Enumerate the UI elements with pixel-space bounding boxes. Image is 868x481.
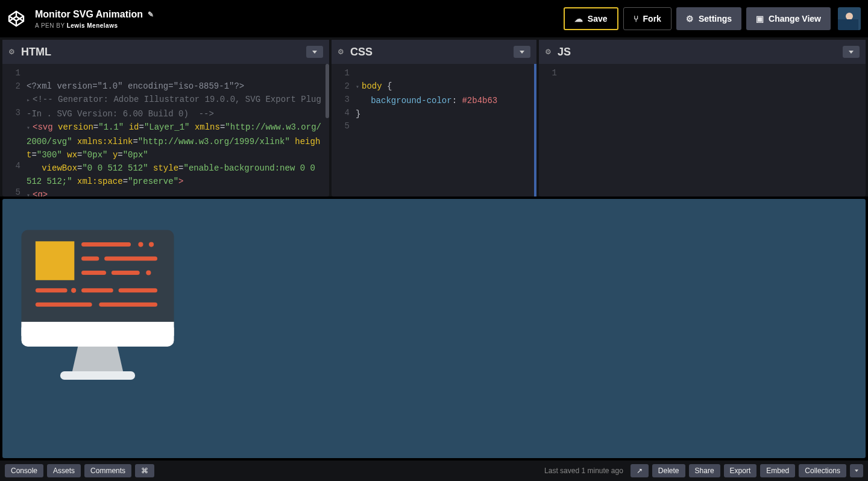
html-gutter: 1 2 3 4 5	[2, 66, 27, 196]
last-saved-text: Last saved 1 minute ago	[544, 467, 623, 475]
fork-label: Fork	[643, 14, 661, 24]
svg-rect-7	[36, 241, 74, 280]
open-external-button[interactable]: ↗	[631, 464, 649, 477]
html-code[interactable]: <?xml version="1.0" encoding="iso-8859-1…	[27, 66, 329, 196]
share-button[interactable]: Share	[689, 464, 720, 477]
js-editor[interactable]: 1	[539, 64, 866, 196]
svg-rect-18	[81, 288, 113, 292]
css-cursor-marker	[534, 64, 536, 196]
js-panel-header: ⚙ JS	[539, 40, 866, 64]
external-link-icon: ↗	[637, 467, 643, 475]
embed-button[interactable]: Embed	[760, 464, 795, 477]
monitor-svg-preview	[7, 219, 188, 400]
collections-dropdown[interactable]	[850, 464, 863, 477]
svg-rect-12	[104, 257, 157, 261]
save-label: Save	[588, 14, 608, 24]
html-settings-icon[interactable]: ⚙	[8, 48, 15, 56]
pen-title[interactable]: Monitor SVG Animation	[35, 9, 143, 20]
svg-rect-20	[36, 303, 92, 307]
html-editor[interactable]: 1 2 3 4 5 <?xml version="1.0" encoding="…	[2, 64, 329, 196]
editors-row: ⚙ HTML 1 2 3 4 5 <?xml version="1.0" enc…	[0, 37, 868, 196]
gear-icon: ⚙	[686, 14, 694, 24]
user-avatar[interactable]	[838, 7, 861, 30]
comments-button[interactable]: Comments	[84, 464, 131, 477]
change-view-button[interactable]: ▣ Change View	[746, 7, 831, 30]
layout-icon: ▣	[756, 14, 764, 24]
codepen-logo-icon[interactable]	[7, 10, 25, 28]
edit-title-icon[interactable]: ✎	[148, 10, 154, 19]
svg-rect-19	[119, 288, 157, 292]
svg-rect-14	[112, 271, 140, 275]
delete-button[interactable]: Delete	[652, 464, 685, 477]
svg-point-10	[149, 242, 154, 247]
js-title: JS	[558, 46, 571, 58]
html-title: HTML	[21, 46, 51, 58]
svg-point-15	[146, 270, 151, 275]
settings-label: Settings	[699, 14, 732, 24]
by-prefix: A PEN BY	[35, 22, 64, 29]
js-panel: ⚙ JS 1	[539, 40, 866, 196]
app-header: Monitor SVG Animation ✎ A PEN BY Lewis M…	[0, 0, 868, 37]
fork-icon: ⑂	[634, 14, 638, 24]
cloud-icon: ☁	[574, 14, 583, 24]
css-menu-button[interactable]	[514, 46, 530, 58]
svg-point-9	[138, 242, 143, 247]
html-panel-header: ⚙ HTML	[2, 40, 329, 64]
html-panel: ⚙ HTML 1 2 3 4 5 <?xml version="1.0" enc…	[2, 40, 329, 196]
export-button[interactable]: Export	[724, 464, 757, 477]
css-title: CSS	[350, 46, 373, 58]
svg-rect-6	[60, 371, 135, 380]
header-actions: ☁ Save ⑂ Fork ⚙ Settings ▣ Change View	[564, 7, 861, 30]
settings-button[interactable]: ⚙ Settings	[676, 7, 741, 30]
title-block: Monitor SVG Animation ✎ A PEN BY Lewis M…	[35, 9, 564, 29]
css-editor[interactable]: 1 2 3 4 5 ▾body { background-color: #2b4…	[332, 64, 536, 196]
js-gutter: 1	[539, 66, 563, 196]
js-menu-button[interactable]	[843, 46, 860, 58]
svg-rect-8	[81, 242, 131, 247]
shortcuts-button[interactable]: ⌘	[135, 464, 154, 477]
preview-pane	[2, 199, 866, 458]
css-code[interactable]: ▾body { background-color: #2b4b63 }	[356, 66, 536, 196]
html-menu-button[interactable]	[306, 46, 323, 58]
fork-button[interactable]: ⑂ Fork	[623, 7, 671, 30]
svg-point-17	[71, 288, 76, 293]
collections-button[interactable]: Collections	[799, 464, 846, 477]
svg-rect-5	[21, 322, 174, 336]
assets-button[interactable]: Assets	[47, 464, 81, 477]
svg-rect-13	[81, 271, 106, 275]
console-button[interactable]: Console	[5, 464, 43, 477]
css-panel-header: ⚙ CSS	[332, 40, 536, 64]
svg-rect-11	[81, 257, 99, 261]
author-link[interactable]: Lewis Menelaws	[67, 22, 118, 29]
svg-rect-21	[99, 303, 157, 307]
html-scrollbar[interactable]	[326, 64, 329, 118]
css-panel: ⚙ CSS 1 2 3 4 5 ▾body { background-color…	[332, 40, 536, 196]
js-code[interactable]	[563, 66, 866, 196]
svg-rect-16	[36, 288, 68, 292]
save-button[interactable]: ☁ Save	[564, 7, 618, 30]
js-settings-icon[interactable]: ⚙	[545, 48, 552, 56]
css-gutter: 1 2 3 4 5	[332, 66, 356, 196]
css-settings-icon[interactable]: ⚙	[338, 48, 344, 56]
footer-bar: Console Assets Comments ⌘ Last saved 1 m…	[0, 461, 868, 481]
change-view-label: Change View	[769, 14, 821, 24]
